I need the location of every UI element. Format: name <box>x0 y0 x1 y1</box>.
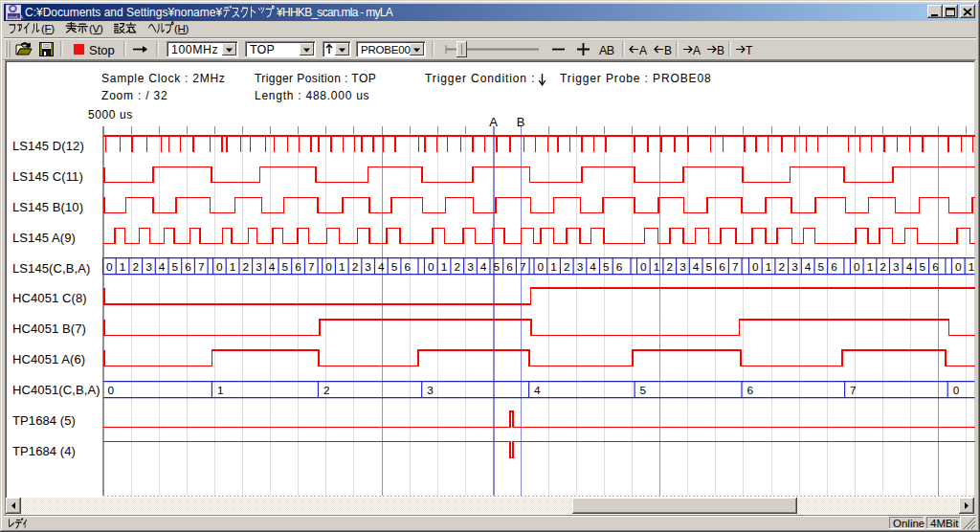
svg-text:4: 4 <box>693 260 700 274</box>
svg-text:2: 2 <box>880 260 886 274</box>
svg-text:3: 3 <box>365 260 371 274</box>
svg-text:6: 6 <box>295 260 301 274</box>
svg-text:1: 1 <box>441 260 448 274</box>
svg-text:myLA: myLA <box>9 13 25 20</box>
svg-text:1: 1 <box>550 260 557 274</box>
svg-text:T: T <box>746 44 753 57</box>
svg-text:LS145(C,B,A): LS145(C,B,A) <box>12 261 90 276</box>
svg-text:2: 2 <box>132 260 139 274</box>
svg-text:7: 7 <box>850 384 857 397</box>
svg-text:LS145 D(12): LS145 D(12) <box>12 139 84 153</box>
svg-text:7: 7 <box>198 260 205 274</box>
svg-text:7: 7 <box>520 260 526 274</box>
svg-text:0: 0 <box>854 260 860 274</box>
svg-text:Stop: Stop <box>89 43 115 57</box>
svg-text:2: 2 <box>352 260 359 274</box>
svg-text:Trigger Condition :: Trigger Condition : <box>425 72 535 85</box>
svg-text:3: 3 <box>679 260 686 274</box>
svg-text:4: 4 <box>590 260 596 274</box>
svg-text:5: 5 <box>706 260 713 274</box>
svg-text:B: B <box>664 44 672 57</box>
svg-text:¥HHKB_scan.mla - myLA: ¥HHKB_scan.mla - myLA <box>276 6 393 19</box>
svg-text:B: B <box>717 44 724 57</box>
svg-text:HC4051 B(7): HC4051 B(7) <box>12 321 86 336</box>
svg-text:3: 3 <box>427 384 434 397</box>
svg-text:4: 4 <box>159 260 166 274</box>
svg-text:B: B <box>517 115 525 129</box>
svg-text:4: 4 <box>378 260 385 274</box>
svg-text:Online: Online <box>893 518 924 529</box>
svg-text:A: A <box>639 44 647 57</box>
svg-text:6: 6 <box>932 260 939 274</box>
svg-text:4MBit: 4MBit <box>930 518 959 529</box>
svg-text:Zoom : / 32: Zoom : / 32 <box>101 89 168 102</box>
svg-text:6: 6 <box>831 260 837 274</box>
svg-text:4: 4 <box>480 260 487 274</box>
svg-text:3: 3 <box>145 260 152 274</box>
svg-text:(V): (V) <box>89 23 103 34</box>
svg-text:TOP: TOP <box>250 43 275 56</box>
svg-text:5000 us: 5000 us <box>88 108 133 122</box>
svg-text:6: 6 <box>616 260 623 274</box>
svg-text:4: 4 <box>805 260 812 274</box>
svg-text:(H): (H) <box>174 23 189 34</box>
svg-text:1: 1 <box>120 260 126 274</box>
svg-text:5: 5 <box>172 260 179 274</box>
svg-text:HC4051 A(6): HC4051 A(6) <box>12 352 85 366</box>
svg-text:C:¥Documents and Settings¥nona: C:¥Documents and Settings¥noname¥ <box>25 6 222 19</box>
svg-text:5: 5 <box>494 260 501 274</box>
svg-text:100MHz: 100MHz <box>171 43 218 56</box>
svg-text:4: 4 <box>906 260 913 274</box>
svg-text:5: 5 <box>818 260 825 274</box>
svg-text:A: A <box>489 115 498 129</box>
svg-text:5: 5 <box>282 260 289 274</box>
svg-text:2: 2 <box>242 260 249 274</box>
svg-text:0: 0 <box>216 260 223 274</box>
svg-text:0: 0 <box>953 384 960 397</box>
svg-text:2: 2 <box>454 260 460 274</box>
svg-text:1: 1 <box>867 260 874 274</box>
svg-text:AB: AB <box>599 44 614 57</box>
svg-text:3: 3 <box>256 260 262 274</box>
svg-text:2: 2 <box>666 260 673 274</box>
svg-text:Length : 488.000 us: Length : 488.000 us <box>255 89 369 102</box>
svg-text:(F): (F) <box>41 23 55 34</box>
svg-text:5: 5 <box>391 260 398 274</box>
svg-text:3: 3 <box>467 260 474 274</box>
svg-text:6: 6 <box>719 260 725 274</box>
svg-text:2: 2 <box>778 260 785 274</box>
svg-text:0: 0 <box>640 260 647 274</box>
svg-text:0: 0 <box>108 384 115 397</box>
svg-text:5: 5 <box>919 260 925 274</box>
svg-text:HC4051 C(8): HC4051 C(8) <box>12 291 87 305</box>
svg-text:0: 0 <box>538 260 545 274</box>
svg-text:3: 3 <box>791 260 798 274</box>
svg-text:A: A <box>693 44 701 57</box>
svg-text:Trigger Probe : PROBE08: Trigger Probe : PROBE08 <box>560 72 712 85</box>
svg-text:HC4051(C,B,A): HC4051(C,B,A) <box>12 383 100 397</box>
svg-text:1: 1 <box>217 384 224 397</box>
svg-text:7: 7 <box>308 260 315 274</box>
svg-text:5: 5 <box>640 384 647 397</box>
svg-text:PROBE00: PROBE00 <box>361 44 411 55</box>
svg-text:5: 5 <box>603 260 610 274</box>
svg-text:1: 1 <box>766 260 772 274</box>
svg-text:LS145 C(11): LS145 C(11) <box>12 169 83 184</box>
svg-text:4: 4 <box>269 260 276 274</box>
svg-text:2: 2 <box>564 260 570 274</box>
svg-text:0: 0 <box>752 260 759 274</box>
svg-text:1: 1 <box>230 260 236 274</box>
svg-text:3: 3 <box>893 260 900 274</box>
svg-text:0: 0 <box>106 260 113 274</box>
svg-text:6: 6 <box>404 260 411 274</box>
svg-text:LS145 B(10): LS145 B(10) <box>12 200 83 214</box>
svg-text:1: 1 <box>969 260 975 274</box>
svg-text:4: 4 <box>534 384 541 397</box>
svg-text:1: 1 <box>654 260 660 274</box>
svg-text:3: 3 <box>577 260 584 274</box>
svg-text:LS145 A(9): LS145 A(9) <box>12 231 76 245</box>
svg-text:2: 2 <box>323 384 330 397</box>
svg-text:6: 6 <box>185 260 191 274</box>
svg-text:Sample Clock : 2MHz: Sample Clock : 2MHz <box>101 72 226 85</box>
svg-text:1: 1 <box>339 260 345 274</box>
